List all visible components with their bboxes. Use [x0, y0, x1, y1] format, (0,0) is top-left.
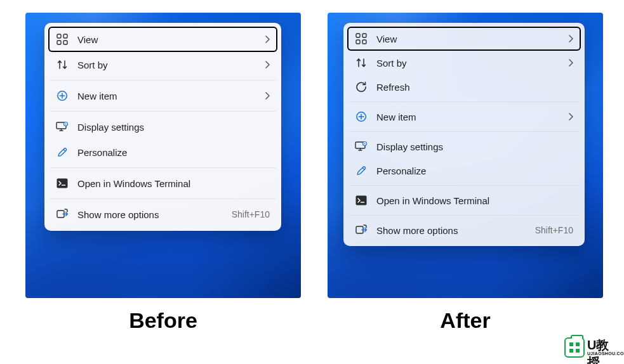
chevron-right-icon	[568, 113, 573, 120]
plus-circle-icon	[355, 110, 368, 123]
plus-circle-icon	[56, 89, 69, 102]
watermark: U教授 UJIAOSHOU.COM	[564, 337, 620, 361]
menu-item-terminal[interactable]: Open in Windows Terminal	[48, 171, 277, 196]
caption-after: After	[328, 308, 603, 333]
svg-rect-27	[356, 196, 367, 205]
menu-item-label: Display settings	[376, 141, 573, 152]
menu-item-label: View	[77, 34, 265, 45]
menu-item-personalize[interactable]: Personalize	[347, 159, 581, 183]
menu-item-label: New item	[77, 91, 265, 101]
grid-icon	[56, 33, 69, 46]
menu-item-label: Show more options	[77, 209, 232, 220]
svg-rect-18	[362, 40, 366, 44]
svg-point-22	[364, 143, 366, 145]
context-menu-before: ViewSort byNew itemDisplay settingsPerso…	[44, 23, 281, 231]
menu-item-view[interactable]: View	[48, 27, 277, 52]
sort-icon	[56, 58, 69, 71]
menu-item-new[interactable]: New item	[347, 105, 581, 129]
svg-rect-2	[57, 41, 61, 44]
menu-item-label: Open in Windows Terminal	[77, 178, 270, 189]
menu-item-display[interactable]: Display settings	[48, 114, 277, 140]
menu-divider	[349, 101, 580, 102]
svg-point-7	[65, 124, 67, 125]
refresh-icon	[355, 81, 368, 93]
watermark-url: UJIAOSHOU.COM	[587, 351, 624, 356]
menu-divider	[50, 80, 276, 81]
menu-item-label: Display settings	[77, 122, 270, 133]
menu-item-personalize[interactable]: Personalize	[48, 140, 277, 165]
menu-item-label: New item	[376, 112, 568, 122]
menu-divider	[50, 198, 276, 199]
menu-item-label: Sort by	[77, 60, 265, 70]
menu-divider	[349, 215, 580, 216]
menu-divider	[50, 111, 276, 112]
menu-item-label: Show more options	[376, 225, 535, 236]
terminal-icon	[355, 194, 368, 207]
menu-item-more[interactable]: Show more optionsShift+F10	[48, 202, 277, 227]
monitor-gear-icon	[56, 120, 69, 133]
menu-item-label: Personalize	[376, 166, 573, 176]
menu-item-shortcut: Shift+F10	[232, 209, 270, 219]
svg-rect-0	[57, 34, 61, 38]
svg-rect-15	[356, 34, 360, 37]
svg-rect-17	[356, 40, 360, 44]
paintbrush-icon	[56, 146, 69, 159]
menu-item-refresh[interactable]: Refresh	[347, 75, 581, 99]
svg-rect-12	[57, 179, 68, 188]
menu-item-label: Refresh	[376, 82, 573, 93]
chevron-right-icon	[568, 35, 573, 42]
menu-divider	[50, 167, 276, 168]
svg-rect-1	[63, 34, 67, 38]
monitor-gear-icon	[355, 140, 368, 153]
svg-rect-3	[63, 41, 67, 44]
more-options-icon	[56, 208, 69, 221]
menu-item-view[interactable]: View	[347, 27, 581, 51]
menu-item-new[interactable]: New item	[48, 83, 277, 108]
menu-item-label: Sort by	[376, 58, 568, 68]
menu-item-shortcut: Shift+F10	[535, 225, 573, 235]
sort-icon	[355, 56, 368, 69]
menu-item-label: View	[376, 34, 568, 44]
menu-item-more[interactable]: Show more optionsShift+F10	[347, 218, 581, 242]
chevron-right-icon	[265, 92, 270, 100]
chevron-right-icon	[265, 36, 270, 43]
menu-item-label: Open in Windows Terminal	[376, 195, 573, 206]
chevron-right-icon	[568, 59, 573, 67]
menu-item-display[interactable]: Display settings	[347, 134, 581, 159]
menu-item-label: Personalize	[77, 147, 270, 158]
menu-item-sort[interactable]: Sort by	[48, 52, 277, 77]
watermark-brand: U教授	[587, 337, 620, 364]
svg-rect-16	[362, 34, 366, 37]
more-options-icon	[355, 224, 368, 237]
chevron-right-icon	[265, 61, 270, 68]
paintbrush-icon	[355, 164, 368, 177]
menu-item-terminal[interactable]: Open in Windows Terminal	[347, 188, 581, 212]
menu-divider	[349, 185, 580, 186]
grid-icon	[355, 32, 368, 45]
terminal-icon	[56, 177, 69, 190]
caption-before: Before	[25, 308, 301, 333]
watermark-logo-icon	[564, 337, 585, 358]
menu-item-sort[interactable]: Sort by	[347, 51, 581, 75]
context-menu-after: ViewSort byRefreshNew itemDisplay settin…	[343, 23, 585, 246]
menu-divider	[349, 131, 580, 132]
